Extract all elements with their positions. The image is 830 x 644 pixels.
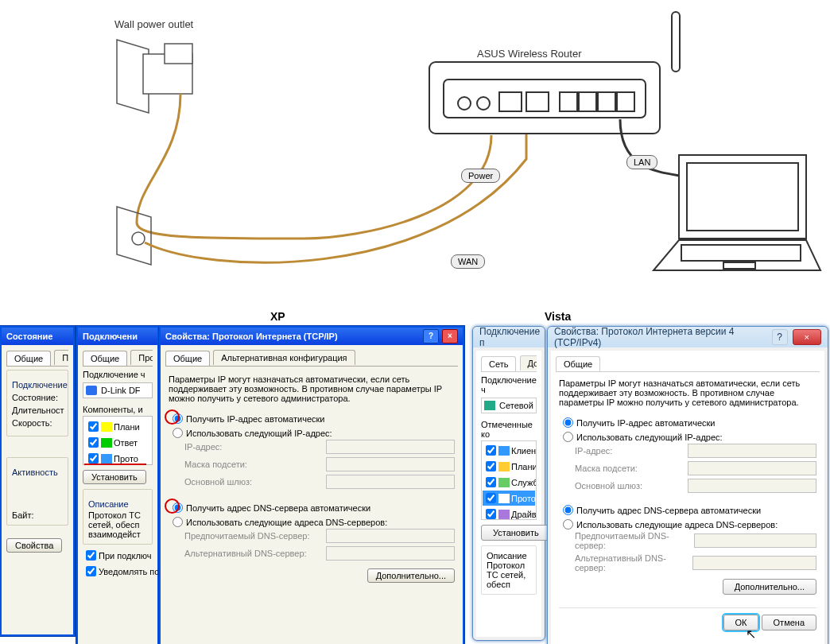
vista-input-dns1 <box>694 533 816 548</box>
svg-rect-9 <box>560 92 577 111</box>
svg-rect-14 <box>687 163 798 231</box>
close-icon[interactable]: × <box>442 329 458 343</box>
vista-connection-adapter: Сетевой <box>499 401 533 410</box>
xp-label-dns2: Альтернативный DNS-сервер: <box>184 549 307 558</box>
svg-rect-11 <box>598 92 615 111</box>
xp-status-section-activity: Активность <box>12 467 63 477</box>
protocol-icon <box>101 454 112 464</box>
vista-component-checkbox-4[interactable] <box>486 493 496 503</box>
router-connection-diagram: Wall power outlet ASUS Wireless Router <box>2 0 828 310</box>
vista-component-label-2: Планиров <box>511 462 537 471</box>
vista-tcpip-title: Свойства: Протокол Интернета версии 4 (T… <box>554 326 762 348</box>
xp-label-gw: Основной шлюз: <box>184 477 252 487</box>
xp-radio-auto-ip[interactable] <box>173 413 183 424</box>
vista-radio-auto-ip[interactable] <box>563 417 573 428</box>
scheduler-icon <box>498 462 510 471</box>
xp-input-dns1 <box>326 529 455 543</box>
xp-connection-desc-title: Описание <box>88 499 147 509</box>
vista-radio-auto-dns[interactable] <box>563 505 573 515</box>
vista-component-label-1: Клиент д <box>511 446 537 456</box>
vista-label-mask: Маска подсети: <box>575 464 638 473</box>
vista-connection-tab-network[interactable]: Сеть <box>481 356 516 371</box>
svg-rect-12 <box>617 92 634 111</box>
diagram-tag-lan: LAN <box>626 155 657 169</box>
vista-radio-manual-dns-label: Использовать следующие адреса DNS-сервер… <box>576 520 778 530</box>
nic-icon <box>86 386 97 395</box>
vista-connection-section-connection: Подключение ч <box>481 375 537 394</box>
xp-component-label-1: Плани <box>114 422 140 432</box>
vista-input-gw <box>688 479 816 493</box>
xp-status-tab-general[interactable]: Общие <box>6 351 51 366</box>
xp-connection-section-connection: Подключение ч <box>83 370 153 379</box>
vista-component-checkbox-5[interactable] <box>486 509 496 519</box>
xp-status-properties-button[interactable]: Свойства <box>6 538 62 553</box>
vista-radio-manual-ip[interactable] <box>563 432 573 442</box>
xp-component-label-3: Прото <box>114 454 138 464</box>
xp-connection-section-components: Компоненты, и <box>83 405 153 414</box>
xp-status-tab-support[interactable]: Подд <box>54 350 68 365</box>
xp-tcpip-title: Свойства: Протокол Интернета (TCP/IP) <box>165 328 338 345</box>
svg-rect-16 <box>723 262 755 269</box>
svg-rect-13 <box>672 12 680 72</box>
xp-tcpip-tab-general[interactable]: Общие <box>165 351 210 366</box>
vista-input-ip <box>688 444 816 458</box>
xp-radio-auto-dns[interactable] <box>173 502 183 513</box>
os-label-xp: XP <box>270 310 285 323</box>
vista-connection-title: Подключение п <box>479 326 540 348</box>
diagram-svg <box>2 0 828 310</box>
xp-connection-tab-auth[interactable]: Проверк <box>130 350 153 365</box>
vista-component-checkbox-3[interactable] <box>486 477 496 487</box>
xp-component-checkbox-3[interactable] <box>88 453 99 464</box>
vista-tcpip-dialog: Свойства: Протокол Интернета версии 4 (T… <box>547 326 828 644</box>
xp-connection-dialog: Подключени Общие Проверк Подключение ч D… <box>76 326 159 644</box>
vista-radio-manual-dns[interactable] <box>563 519 573 530</box>
vista-label-dns2: Альтернативный DNS-сервер: <box>575 553 692 572</box>
xp-status-row-bytes: Байт: <box>12 510 63 520</box>
vista-component-label-4: Протоко <box>511 494 537 503</box>
xp-notify-connect-checkbox[interactable] <box>86 550 96 561</box>
xp-tcpip-intro: Параметры IP могут назначаться автоматич… <box>169 374 455 403</box>
vista-component-checkbox-2[interactable] <box>486 461 496 471</box>
client-icon <box>498 446 510 456</box>
svg-rect-10 <box>579 92 596 111</box>
xp-notify-connect-label: При подключ <box>99 551 152 561</box>
vista-component-label-3: Служба д <box>511 478 537 487</box>
xp-connection-tab-general[interactable]: Общие <box>83 351 127 366</box>
xp-advanced-button[interactable]: Дополнительно... <box>367 568 455 583</box>
nic-icon <box>484 401 495 410</box>
scheduler-icon <box>101 422 112 432</box>
xp-radio-auto-dns-label: Получить адрес DNS-сервера автоматически <box>186 503 370 513</box>
protocol-icon <box>498 494 510 503</box>
svg-point-6 <box>477 97 490 110</box>
vista-connection-section-components: Отмеченные ко <box>481 420 537 439</box>
xp-install-button[interactable]: Установить <box>83 470 146 484</box>
vista-advanced-button[interactable]: Дополнительно... <box>723 579 816 595</box>
help-icon[interactable]: ? <box>772 329 788 345</box>
vista-input-mask <box>688 461 816 475</box>
xp-connection-adapter: D-Link DF <box>101 386 141 395</box>
help-icon[interactable]: ? <box>423 329 439 343</box>
vista-install-button[interactable]: Установить <box>481 525 551 541</box>
xp-radio-manual-ip-label: Использовать следующий IP-адрес: <box>186 429 332 438</box>
close-icon[interactable]: × <box>793 329 821 345</box>
xp-notify-limited-checkbox[interactable] <box>86 566 96 576</box>
xp-component-checkbox-1[interactable] <box>88 421 99 432</box>
vista-tcpip-intro: Параметры IP могут назначаться автоматич… <box>559 378 816 407</box>
vista-connection-tab-access[interactable]: Доступ <box>520 355 537 370</box>
xp-tcpip-tab-alt[interactable]: Альтернативная конфигурация <box>213 350 355 365</box>
xp-radio-manual-ip[interactable] <box>173 428 183 438</box>
xp-label-mask: Маска подсети: <box>184 460 247 469</box>
vista-cancel-button[interactable]: Отмена <box>762 615 816 630</box>
vista-component-checkbox-1[interactable] <box>486 445 496 456</box>
vista-radio-auto-dns-label: Получить адрес DNS-сервера автоматически <box>576 506 761 515</box>
xp-radio-manual-dns[interactable] <box>173 517 183 527</box>
xp-tcpip-dialog: Свойства: Протокол Интернета (TCP/IP) ? … <box>159 326 464 644</box>
vista-ok-button[interactable]: ОК <box>723 615 759 630</box>
xp-status-row-duration: Длительност <box>12 405 63 415</box>
vista-tcpip-tab-general[interactable]: Общие <box>556 356 600 371</box>
svg-rect-15 <box>681 245 801 261</box>
svg-rect-8 <box>526 92 549 111</box>
vista-connection-desc-title: Описание <box>487 551 531 561</box>
xp-component-checkbox-2[interactable] <box>88 437 99 448</box>
driver-icon <box>498 510 510 519</box>
